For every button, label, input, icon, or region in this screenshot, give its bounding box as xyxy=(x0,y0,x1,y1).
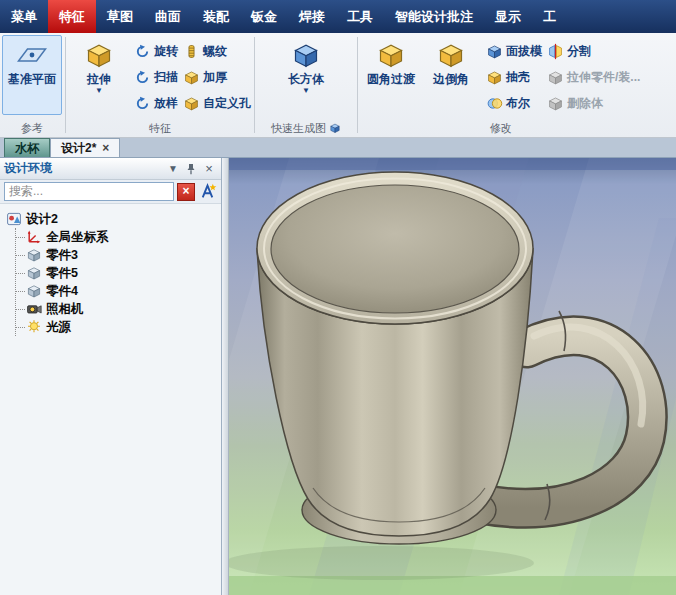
thicken-button[interactable]: 加厚 xyxy=(183,64,251,90)
extrude-button[interactable]: 拉伸 ▼ xyxy=(69,35,129,115)
chamfer-button[interactable]: 边倒角 xyxy=(421,35,481,115)
fillet-label: 圆角过渡 xyxy=(367,72,415,86)
quick-group-icon xyxy=(329,122,341,134)
stretch-part-button: 拉伸零件/装... xyxy=(547,64,640,90)
shell-button[interactable]: 抽壳 xyxy=(486,64,542,90)
loft-label: 放样 xyxy=(154,95,178,112)
part-icon xyxy=(26,265,42,281)
cuboid-button[interactable]: 长方体 ▼ xyxy=(276,35,336,115)
camera-icon xyxy=(26,301,42,317)
draft-label: 面拔模 xyxy=(506,43,542,60)
chamfer-label: 边倒角 xyxy=(433,72,469,86)
delete-body-label: 删除体 xyxy=(567,95,603,112)
close-tab-icon[interactable]: × xyxy=(102,142,109,154)
light-source-icon xyxy=(26,319,42,335)
application-window: 菜单 特征 草图 曲面 装配 钣金 焊接 工具 智能设计批注 显示 工 基准平面… xyxy=(0,0,676,595)
revolve-button[interactable]: 旋转 xyxy=(134,38,178,64)
tree-root-label: 设计2 xyxy=(26,211,58,228)
panel-splitter[interactable] xyxy=(222,158,229,595)
search-input[interactable]: 搜索... xyxy=(4,182,174,201)
tree-item-label: 零件3 xyxy=(46,247,78,264)
loft-button[interactable]: 放样 xyxy=(134,90,178,116)
revolve-icon xyxy=(134,43,151,60)
fillet-icon xyxy=(376,40,406,70)
document-tab-bar: 水杯 设计2* × xyxy=(0,138,676,158)
ribbon-group-modify: 圆角过渡 边倒角 面拔模 抽壳 xyxy=(359,33,642,137)
panel-dropdown-button[interactable]: ▼ xyxy=(165,161,181,177)
cuboid-label: 长方体 xyxy=(288,72,324,86)
thread-button[interactable]: 螺纹 xyxy=(183,38,251,64)
fillet-button[interactable]: 圆角过渡 xyxy=(361,35,421,115)
menu-tab-sheetmetal[interactable]: 钣金 xyxy=(240,0,288,33)
tree-item-light[interactable]: 光源 xyxy=(16,318,219,336)
custom-hole-button[interactable]: 自定义孔 xyxy=(183,90,251,116)
extrude-label: 拉伸 xyxy=(87,72,111,86)
chevron-down-icon: ▼ xyxy=(95,86,103,95)
custom-hole-icon xyxy=(183,95,200,112)
ribbon-group-quick: 长方体 ▼ 快速生成图 xyxy=(256,33,356,137)
boolean-button[interactable]: 布尔 xyxy=(486,90,542,116)
tree-item-camera[interactable]: 照相机 xyxy=(16,300,219,318)
group-label-modify: 修改 xyxy=(361,119,640,137)
search-filter-icon[interactable] xyxy=(198,182,217,201)
thicken-label: 加厚 xyxy=(203,69,227,86)
panel-pin-button[interactable] xyxy=(183,161,199,177)
part-icon xyxy=(26,247,42,263)
tree-root-design2[interactable]: 设计2 xyxy=(6,210,219,228)
ribbon-toolbar: 基准平面 参考 拉伸 ▼ 旋转 xyxy=(0,33,676,138)
datum-plane-label: 基准平面 xyxy=(8,72,56,86)
sweep-button[interactable]: 扫描 xyxy=(134,64,178,90)
stretch-part-icon xyxy=(547,69,564,86)
thread-icon xyxy=(183,43,200,60)
custom-hole-label: 自定义孔 xyxy=(203,95,251,112)
split-icon xyxy=(547,43,564,60)
design-tree: 设计2 全局坐标系 零件3 零件5 零件4 xyxy=(0,204,221,336)
viewport[interactable] xyxy=(229,158,676,595)
menu-tab-sketch[interactable]: 草图 xyxy=(96,0,144,33)
split-label: 分割 xyxy=(567,43,591,60)
ribbon-group-reference: 基准平面 参考 xyxy=(0,33,64,137)
delete-body-icon xyxy=(547,95,564,112)
sweep-label: 扫描 xyxy=(154,69,178,86)
stretch-part-label: 拉伸零件/装... xyxy=(567,69,640,86)
menu-tab-menu[interactable]: 菜单 xyxy=(0,0,48,33)
main-menubar: 菜单 特征 草图 曲面 装配 钣金 焊接 工具 智能设计批注 显示 工 xyxy=(0,0,676,33)
chamfer-icon xyxy=(436,40,466,70)
menu-tab-assembly[interactable]: 装配 xyxy=(192,0,240,33)
shell-label: 抽壳 xyxy=(506,69,530,86)
tree-children: 全局坐标系 零件3 零件5 零件4 照相机 xyxy=(15,228,219,336)
menu-tab-welding[interactable]: 焊接 xyxy=(288,0,336,33)
panel-close-button[interactable]: × xyxy=(201,161,217,177)
split-button[interactable]: 分割 xyxy=(547,38,640,64)
ribbon-separator xyxy=(254,37,255,133)
panel-header: 设计环境 ▼ × xyxy=(0,158,221,180)
doc-tab-shuibei-label: 水杯 xyxy=(15,139,39,157)
menu-tab-smart-annotation[interactable]: 智能设计批注 xyxy=(384,0,484,33)
thread-label: 螺纹 xyxy=(203,43,227,60)
menu-tab-truncated[interactable]: 工 xyxy=(532,0,567,33)
menu-tab-surface[interactable]: 曲面 xyxy=(144,0,192,33)
menu-tab-tools[interactable]: 工具 xyxy=(336,0,384,33)
search-clear-button[interactable]: × xyxy=(177,183,195,201)
tree-item-global-coords[interactable]: 全局坐标系 xyxy=(16,228,219,246)
menu-tab-features[interactable]: 特征 xyxy=(48,0,96,33)
cuboid-icon xyxy=(291,40,321,70)
draft-button[interactable]: 面拔模 xyxy=(486,38,542,64)
doc-tab-design2[interactable]: 设计2* × xyxy=(50,138,120,157)
search-row: 搜索... × xyxy=(0,180,221,204)
tree-item-part5[interactable]: 零件5 xyxy=(16,264,219,282)
shell-icon xyxy=(486,69,503,86)
boolean-label: 布尔 xyxy=(506,95,530,112)
doc-tab-shuibei[interactable]: 水杯 xyxy=(4,138,50,157)
revolve-label: 旋转 xyxy=(154,43,178,60)
datum-plane-button[interactable]: 基准平面 xyxy=(2,35,62,115)
doc-tab-design2-label: 设计2* xyxy=(61,139,96,157)
chevron-down-icon: ▼ xyxy=(302,86,310,95)
part-icon xyxy=(26,283,42,299)
panel-title: 设计环境 xyxy=(4,160,163,177)
tree-item-label: 光源 xyxy=(46,319,71,336)
tree-item-part3[interactable]: 零件3 xyxy=(16,246,219,264)
tree-item-part4[interactable]: 零件4 xyxy=(16,282,219,300)
menu-tab-display[interactable]: 显示 xyxy=(484,0,532,33)
design-environment-panel: 设计环境 ▼ × 搜索... × 设计2 全局坐标系 零件3 xyxy=(0,158,222,595)
